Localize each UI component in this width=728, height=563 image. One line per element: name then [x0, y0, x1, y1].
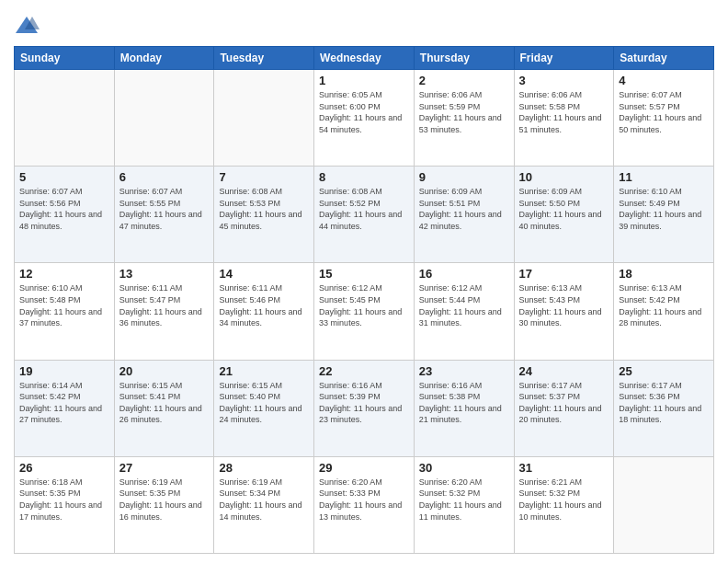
calendar-cell: 22Sunrise: 6:16 AM Sunset: 5:39 PM Dayli… [314, 360, 415, 456]
day-info: Sunrise: 6:12 AM Sunset: 5:44 PM Dayligh… [419, 282, 509, 328]
calendar-cell: 5Sunrise: 6:07 AM Sunset: 5:56 PM Daylig… [15, 167, 115, 263]
day-number: 10 [519, 170, 609, 184]
day-number: 15 [319, 267, 409, 281]
calendar-table: SundayMondayTuesdayWednesdayThursdayFrid… [14, 46, 714, 554]
calendar-cell: 27Sunrise: 6:19 AM Sunset: 5:35 PM Dayli… [114, 456, 214, 553]
header [14, 9, 714, 39]
day-info: Sunrise: 6:21 AM Sunset: 5:32 PM Dayligh… [519, 477, 609, 523]
calendar-cell: 26Sunrise: 6:18 AM Sunset: 5:35 PM Dayli… [15, 456, 115, 553]
calendar-cell: 13Sunrise: 6:11 AM Sunset: 5:47 PM Dayli… [114, 263, 214, 360]
day-number: 16 [419, 267, 509, 281]
day-number: 23 [419, 364, 509, 378]
calendar-cell [114, 70, 214, 167]
weekday-header-sunday: Sunday [15, 47, 115, 70]
calendar-cell: 16Sunrise: 6:12 AM Sunset: 5:44 PM Dayli… [414, 263, 514, 360]
weekday-header-thursday: Thursday [414, 47, 514, 70]
calendar-week-row: 5Sunrise: 6:07 AM Sunset: 5:56 PM Daylig… [15, 167, 714, 263]
day-number: 22 [319, 364, 409, 378]
calendar-cell: 6Sunrise: 6:07 AM Sunset: 5:55 PM Daylig… [114, 167, 214, 263]
day-number: 11 [619, 170, 709, 184]
calendar-cell: 24Sunrise: 6:17 AM Sunset: 5:37 PM Dayli… [514, 360, 614, 456]
day-info: Sunrise: 6:16 AM Sunset: 5:38 PM Dayligh… [419, 380, 509, 426]
calendar-cell: 30Sunrise: 6:20 AM Sunset: 5:32 PM Dayli… [414, 456, 514, 553]
day-info: Sunrise: 6:13 AM Sunset: 5:42 PM Dayligh… [619, 282, 709, 328]
day-info: Sunrise: 6:11 AM Sunset: 5:47 PM Dayligh… [119, 282, 210, 328]
day-number: 9 [419, 170, 509, 184]
day-number: 6 [119, 170, 210, 184]
calendar-cell: 31Sunrise: 6:21 AM Sunset: 5:32 PM Dayli… [514, 456, 614, 553]
day-info: Sunrise: 6:07 AM Sunset: 5:56 PM Dayligh… [19, 186, 109, 232]
day-number: 27 [119, 461, 210, 475]
calendar-cell: 17Sunrise: 6:13 AM Sunset: 5:43 PM Dayli… [514, 263, 614, 360]
day-info: Sunrise: 6:10 AM Sunset: 5:48 PM Dayligh… [19, 282, 109, 328]
calendar-cell: 29Sunrise: 6:20 AM Sunset: 5:33 PM Dayli… [314, 456, 415, 553]
calendar-cell: 15Sunrise: 6:12 AM Sunset: 5:45 PM Dayli… [314, 263, 415, 360]
day-number: 19 [19, 364, 109, 378]
day-info: Sunrise: 6:20 AM Sunset: 5:32 PM Dayligh… [419, 477, 509, 523]
day-number: 26 [19, 461, 109, 475]
day-number: 12 [19, 267, 109, 281]
calendar-cell [214, 70, 314, 167]
day-info: Sunrise: 6:20 AM Sunset: 5:33 PM Dayligh… [319, 477, 409, 523]
calendar-cell: 1Sunrise: 6:05 AM Sunset: 6:00 PM Daylig… [314, 70, 415, 167]
day-info: Sunrise: 6:15 AM Sunset: 5:41 PM Dayligh… [119, 380, 210, 426]
calendar-cell: 23Sunrise: 6:16 AM Sunset: 5:38 PM Dayli… [414, 360, 514, 456]
day-number: 7 [219, 170, 309, 184]
calendar-cell: 20Sunrise: 6:15 AM Sunset: 5:41 PM Dayli… [114, 360, 214, 456]
calendar-cell: 18Sunrise: 6:13 AM Sunset: 5:42 PM Dayli… [614, 263, 714, 360]
calendar-cell: 9Sunrise: 6:09 AM Sunset: 5:51 PM Daylig… [414, 167, 514, 263]
day-number: 20 [119, 364, 210, 378]
day-number: 17 [519, 267, 609, 281]
calendar-cell: 14Sunrise: 6:11 AM Sunset: 5:46 PM Dayli… [214, 263, 314, 360]
day-number: 18 [619, 267, 709, 281]
day-info: Sunrise: 6:08 AM Sunset: 5:52 PM Dayligh… [319, 186, 409, 232]
logo-icon [14, 13, 40, 39]
day-number: 1 [319, 74, 409, 87]
calendar-cell: 21Sunrise: 6:15 AM Sunset: 5:40 PM Dayli… [214, 360, 314, 456]
weekday-header-monday: Monday [114, 47, 214, 70]
weekday-header-saturday: Saturday [614, 47, 714, 70]
calendar-cell: 2Sunrise: 6:06 AM Sunset: 5:59 PM Daylig… [414, 70, 514, 167]
day-info: Sunrise: 6:07 AM Sunset: 5:55 PM Dayligh… [119, 186, 210, 232]
day-info: Sunrise: 6:08 AM Sunset: 5:53 PM Dayligh… [219, 186, 309, 232]
day-info: Sunrise: 6:19 AM Sunset: 5:35 PM Dayligh… [119, 477, 210, 523]
calendar-cell: 28Sunrise: 6:19 AM Sunset: 5:34 PM Dayli… [214, 456, 314, 553]
day-info: Sunrise: 6:10 AM Sunset: 5:49 PM Dayligh… [619, 186, 709, 232]
calendar-cell: 11Sunrise: 6:10 AM Sunset: 5:49 PM Dayli… [614, 167, 714, 263]
calendar-header-row: SundayMondayTuesdayWednesdayThursdayFrid… [15, 47, 714, 70]
weekday-header-friday: Friday [514, 47, 614, 70]
day-number: 13 [119, 267, 210, 281]
calendar-cell: 4Sunrise: 6:07 AM Sunset: 5:57 PM Daylig… [614, 70, 714, 167]
day-info: Sunrise: 6:17 AM Sunset: 5:36 PM Dayligh… [619, 380, 709, 426]
day-info: Sunrise: 6:06 AM Sunset: 5:59 PM Dayligh… [419, 89, 509, 135]
calendar-week-row: 26Sunrise: 6:18 AM Sunset: 5:35 PM Dayli… [15, 456, 714, 553]
weekday-header-tuesday: Tuesday [214, 47, 314, 70]
day-info: Sunrise: 6:11 AM Sunset: 5:46 PM Dayligh… [219, 282, 309, 328]
day-number: 31 [519, 461, 609, 475]
calendar-cell: 12Sunrise: 6:10 AM Sunset: 5:48 PM Dayli… [15, 263, 115, 360]
day-info: Sunrise: 6:13 AM Sunset: 5:43 PM Dayligh… [519, 282, 609, 328]
day-number: 25 [619, 364, 709, 378]
day-info: Sunrise: 6:09 AM Sunset: 5:50 PM Dayligh… [519, 186, 609, 232]
day-number: 28 [219, 461, 309, 475]
calendar-cell: 10Sunrise: 6:09 AM Sunset: 5:50 PM Dayli… [514, 167, 614, 263]
logo [14, 13, 43, 39]
day-number: 4 [619, 74, 709, 87]
calendar-week-row: 1Sunrise: 6:05 AM Sunset: 6:00 PM Daylig… [15, 70, 714, 167]
day-number: 29 [319, 461, 409, 475]
day-number: 30 [419, 461, 509, 475]
day-info: Sunrise: 6:07 AM Sunset: 5:57 PM Dayligh… [619, 89, 709, 135]
calendar-cell: 25Sunrise: 6:17 AM Sunset: 5:36 PM Dayli… [614, 360, 714, 456]
day-number: 8 [319, 170, 409, 184]
calendar-week-row: 12Sunrise: 6:10 AM Sunset: 5:48 PM Dayli… [15, 263, 714, 360]
day-number: 14 [219, 267, 309, 281]
calendar-cell [15, 70, 115, 167]
day-number: 21 [219, 364, 309, 378]
day-info: Sunrise: 6:06 AM Sunset: 5:58 PM Dayligh… [519, 89, 609, 135]
day-info: Sunrise: 6:19 AM Sunset: 5:34 PM Dayligh… [219, 477, 309, 523]
calendar-cell: 8Sunrise: 6:08 AM Sunset: 5:52 PM Daylig… [314, 167, 415, 263]
day-info: Sunrise: 6:16 AM Sunset: 5:39 PM Dayligh… [319, 380, 409, 426]
day-info: Sunrise: 6:05 AM Sunset: 6:00 PM Dayligh… [319, 89, 409, 135]
day-number: 3 [519, 74, 609, 87]
calendar-cell [614, 456, 714, 553]
